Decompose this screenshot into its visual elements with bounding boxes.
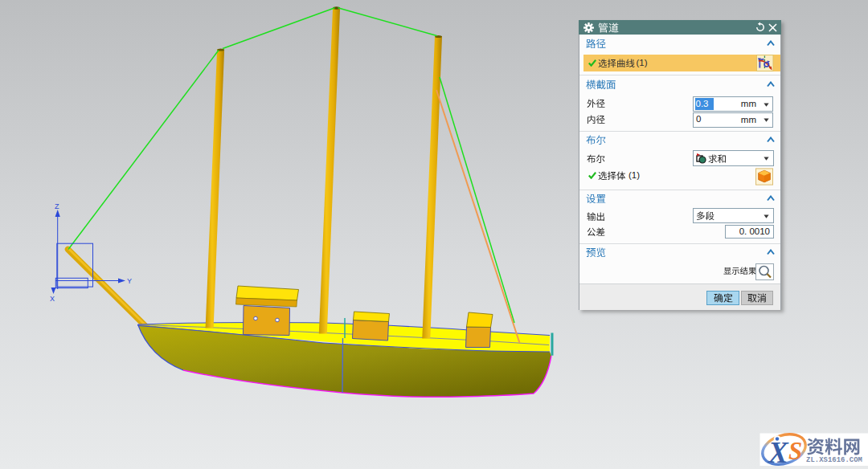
svg-text:X: X xyxy=(50,295,55,303)
svg-text:Y: Y xyxy=(127,277,132,285)
svg-text:ZL.XS1616.COM: ZL.XS1616.COM xyxy=(806,456,862,464)
svg-text:X: X xyxy=(768,436,789,469)
svg-text:Z: Z xyxy=(55,202,59,210)
svg-text:S: S xyxy=(788,437,802,465)
